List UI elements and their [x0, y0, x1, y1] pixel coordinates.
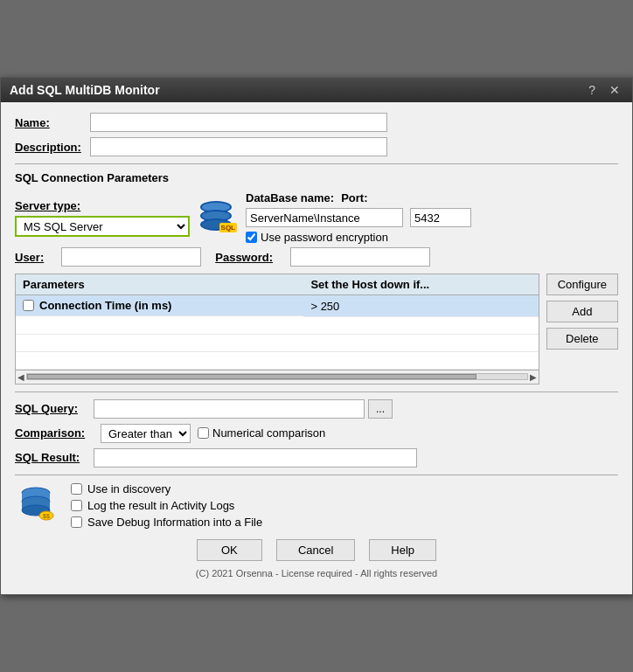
- copyright-text: (C) 2021 Orsenna - License required - Al…: [15, 568, 618, 578]
- db-name-input[interactable]: [246, 208, 403, 227]
- numerical-checkbox[interactable]: [198, 427, 209, 439]
- dialog-title: Add SQL MultiDB Monitor: [10, 83, 160, 97]
- checkboxes-col: Use in discovery Log the result in Activ…: [71, 482, 262, 529]
- table-row[interactable]: Connection Time (in ms) > 250: [16, 295, 539, 317]
- numerical-label: Numerical comparison: [212, 426, 325, 440]
- configure-button[interactable]: Configure: [546, 274, 618, 295]
- password-input[interactable]: [290, 247, 430, 267]
- comparison-label: Comparison:: [15, 426, 94, 440]
- db-icon: $$: [15, 482, 57, 524]
- ok-button[interactable]: OK: [197, 539, 262, 561]
- log-result-checkbox[interactable]: [71, 500, 82, 511]
- sql-icon: SQL: [197, 200, 239, 235]
- params-section: Parameters Set the Host down if... Conne…: [15, 274, 618, 384]
- table-row: [16, 316, 539, 334]
- comparison-row: Comparison: Greater than Less than Equal…: [15, 424, 618, 443]
- save-debug-label: Save Debug Information into a File: [87, 516, 262, 529]
- row-checkbox[interactable]: [23, 300, 34, 311]
- param-name-text: Connection Time (in ms): [39, 299, 171, 312]
- use-in-discovery-row: Use in discovery: [71, 482, 262, 495]
- sql-query-row: SQL Query: ...: [15, 399, 618, 419]
- dialog-content: Name: Description: SQL Connection Parame…: [1, 102, 632, 594]
- name-label: Name:: [15, 116, 85, 129]
- user-label: User:: [15, 251, 44, 264]
- params-table: Parameters Set the Host down if... Conne…: [16, 274, 539, 370]
- save-debug-row: Save Debug Information into a File: [71, 516, 262, 529]
- title-bar: Add SQL MultiDB Monitor ? ✕: [1, 78, 632, 102]
- svg-text:$$: $$: [43, 513, 50, 520]
- param-condition: > 250: [303, 295, 538, 317]
- divider-2: [15, 391, 618, 392]
- close-button[interactable]: ✕: [606, 83, 623, 97]
- log-result-row: Log the result in Activity Logs: [71, 499, 262, 512]
- help-dialog-button[interactable]: Help: [369, 539, 436, 561]
- use-in-discovery-checkbox[interactable]: [71, 483, 82, 495]
- server-type-label: Server type:: [15, 199, 190, 212]
- dialog-window: Add SQL MultiDB Monitor ? ✕ Name: Descri…: [0, 77, 633, 595]
- encrypt-label: Use password encryption: [261, 231, 388, 244]
- description-label: Description:: [15, 141, 85, 154]
- table-row: [16, 334, 539, 351]
- options-section: $$ Use in discovery Log the result in Ac…: [15, 482, 618, 529]
- browse-button[interactable]: ...: [368, 399, 393, 419]
- name-row: Name:: [15, 113, 618, 132]
- port-label: Port:: [341, 191, 367, 204]
- sql-query-input[interactable]: [94, 399, 365, 419]
- help-button[interactable]: ?: [585, 83, 599, 97]
- sql-result-input[interactable]: [94, 448, 417, 468]
- sql-query-label: SQL Query:: [15, 402, 94, 415]
- col-condition: Set the Host down if...: [303, 274, 538, 295]
- divider-1: [15, 163, 618, 164]
- col-params: Parameters: [16, 274, 303, 295]
- comparison-select[interactable]: Greater than Less than Equal to Not equa…: [101, 424, 191, 443]
- side-buttons: Configure Add Delete: [546, 274, 618, 384]
- server-type-select[interactable]: MS SQL Server MySQL PostgreSQL Oracle: [15, 216, 190, 237]
- add-button[interactable]: Add: [546, 301, 618, 322]
- cancel-button[interactable]: Cancel: [276, 539, 355, 561]
- description-row: Description:: [15, 137, 618, 156]
- bottom-buttons: OK Cancel Help: [15, 539, 618, 561]
- sql-params-title: SQL Connection Parameters: [15, 171, 618, 184]
- user-password-row: User: Password:: [15, 247, 618, 267]
- table-row: [16, 351, 539, 369]
- horizontal-scrollbar[interactable]: ◀ ▶: [15, 371, 539, 384]
- name-input[interactable]: [90, 113, 387, 132]
- encrypt-checkbox[interactable]: [246, 232, 257, 243]
- port-input[interactable]: [410, 208, 471, 227]
- save-debug-checkbox[interactable]: [71, 516, 82, 528]
- sql-result-label: SQL Result:: [15, 451, 94, 464]
- params-table-wrapper: Parameters Set the Host down if... Conne…: [15, 274, 539, 371]
- sql-result-row: SQL Result:: [15, 448, 618, 468]
- password-label: Password:: [215, 251, 273, 264]
- divider-3: [15, 475, 618, 475]
- db-name-label: DataBase name:: [246, 191, 334, 204]
- use-in-discovery-label: Use in discovery: [87, 482, 170, 495]
- user-input[interactable]: [61, 247, 201, 267]
- delete-button[interactable]: Delete: [546, 328, 618, 350]
- title-bar-controls: ? ✕: [585, 83, 623, 97]
- numerical-row: Numerical comparison: [198, 426, 325, 440]
- description-input[interactable]: [90, 137, 387, 156]
- log-result-label: Log the result in Activity Logs: [87, 499, 234, 512]
